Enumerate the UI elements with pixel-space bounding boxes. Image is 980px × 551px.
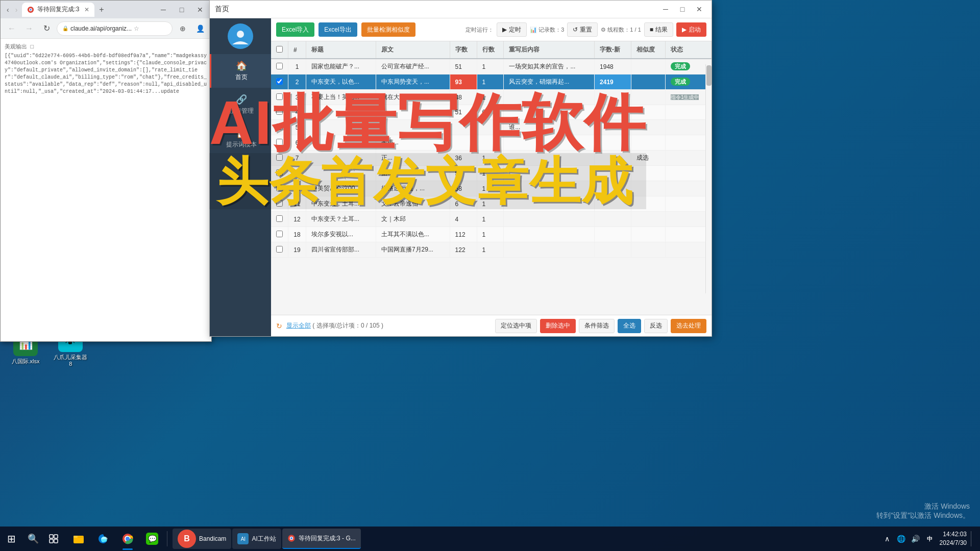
row-checkbox[interactable] [276, 185, 283, 191]
sidebar-item-api[interactable]: 🔗 接口管理 [210, 88, 271, 121]
activate-windows-message: 激活 Windows 转到"设置"以激活 Windows。 [876, 502, 970, 520]
table-scrollbar[interactable] [705, 64, 712, 293]
taskbar-app-edge[interactable] [91, 527, 115, 551]
task-view-button[interactable] [43, 527, 64, 551]
tab-back-icon[interactable]: ‹ [5, 5, 11, 15]
close-button[interactable]: ✕ [193, 3, 207, 17]
network-icon[interactable]: 🌐 [896, 533, 907, 544]
tab-close-icon[interactable]: ✕ [84, 6, 89, 13]
taskbar-search-button[interactable]: 🔍 [23, 527, 43, 551]
new-tab-button[interactable]: + [99, 5, 104, 14]
select-all-checkbox[interactable] [276, 46, 283, 53]
row-similarity [631, 105, 665, 120]
table-row[interactable]: 1 国家也能破产？... 公司宣布破产经... 51 1 一场突如其来的宣告，.… [271, 59, 712, 74]
timer-button[interactable]: ▶ 定时 [497, 22, 527, 37]
threads-icon: ⚙ [601, 27, 606, 33]
taskbar-browser-running[interactable]: 等待回复完成:3 - G... [282, 529, 361, 549]
refresh-button[interactable]: ↻ [39, 21, 54, 36]
select-all-label: 全选 [623, 321, 635, 330]
sidebar-item-home-label: 首页 [235, 73, 248, 81]
volume-icon[interactable]: 🔊 [910, 533, 921, 544]
taskbar-clock[interactable]: 14:42:03 2024/7/30 [940, 530, 967, 547]
filter-button[interactable]: 条件筛选 [579, 319, 615, 333]
table-row[interactable]: 12 中东变天？土耳... 文｜木邱 4 1 [271, 212, 712, 227]
batch-detect-button[interactable]: 批量检测相似度 [361, 22, 415, 37]
profile-button[interactable]: 👤 [193, 21, 207, 36]
app-maximize-button[interactable]: □ [675, 2, 690, 16]
forward-button[interactable]: → [22, 21, 36, 36]
url-text: claude.ai/api/organiz... [70, 25, 132, 32]
delete-button[interactable]: 删除选中 [540, 319, 576, 333]
row-checkbox[interactable] [276, 215, 283, 222]
row-checkbox[interactable] [276, 200, 283, 207]
row-checkbox[interactable] [276, 93, 283, 100]
minimize-button[interactable]: ─ [156, 3, 170, 17]
row-checkbox[interactable] [276, 231, 283, 237]
row-checkbox[interactable] [276, 78, 283, 85]
app-minimize-button[interactable]: ─ [658, 2, 673, 16]
invert-button[interactable]: 反选 [644, 319, 668, 333]
taskbar-app-explorer[interactable] [66, 527, 91, 551]
row-checkbox[interactable] [276, 123, 283, 130]
start-button[interactable]: ▶ 启动 [676, 22, 706, 37]
locate-button[interactable]: 定位选中项 [495, 319, 537, 333]
tab-forward-icon[interactable]: › [13, 5, 20, 15]
lock-icon: 🔒 [62, 26, 68, 31]
table-row[interactable]: 10 中美贸易会议00... 据路透|此道，... 58 1 [271, 181, 712, 196]
excel-import-button[interactable]: Excel导入 [276, 22, 314, 37]
back-button[interactable]: ← [5, 21, 19, 36]
reset-button[interactable]: ↺ 重置 [567, 22, 598, 37]
row-checkbox[interactable] [276, 154, 283, 161]
maximize-button[interactable]: □ [175, 3, 189, 17]
row-checkbox[interactable] [276, 169, 283, 176]
excel-export-button[interactable]: Excel导出 [318, 22, 357, 37]
table-row[interactable]: 8 据... 54 1 [271, 166, 712, 181]
table-row[interactable]: 18 埃尔多安视以... 土耳其不满以色... 112 1 [271, 227, 712, 242]
sidebar-item-home[interactable]: 🏠 首页 [210, 54, 271, 88]
app-close-button[interactable]: ✕ [692, 2, 706, 16]
row-new-chars [595, 105, 631, 120]
result-button[interactable]: ■ 结果 [644, 22, 673, 37]
taskbar-app-chrome[interactable] [115, 527, 140, 551]
select-all-button[interactable]: 全选 [618, 319, 641, 333]
row-lines: 1 [477, 196, 504, 212]
browser-tab-active[interactable]: 等待回复完成:3 ✕ [22, 3, 94, 17]
show-desktop-button[interactable] [971, 531, 975, 546]
sidebar-item-template[interactable]: 📋 提示词模本 [210, 121, 271, 155]
schedule-run-label: 定时运行： [465, 26, 494, 34]
process-button[interactable]: 选去处理 [671, 319, 706, 333]
taskbar-ai-workstation[interactable]: AI AI工作站 [232, 529, 281, 549]
header-lines: 行数 [477, 41, 504, 59]
row-checkbox[interactable] [276, 108, 283, 115]
table-row[interactable]: 11 中东变天，土耳... 文：云帝逸仙 6 1 [271, 196, 712, 212]
taskbar-app-wechat[interactable]: 💬 [140, 527, 164, 551]
taskbar-bandicam[interactable]: B Bandicam [173, 529, 231, 549]
row-num: 10 [288, 181, 306, 196]
row-checkbox[interactable] [276, 246, 283, 253]
table-row[interactable]: 6 改违... [271, 135, 712, 151]
table-row[interactable]: 19 四川省宣传部部... 中国网直播7月29... 122 1 [271, 242, 712, 258]
show-all-label[interactable]: 显示全部 [286, 322, 311, 329]
system-tray-arrow[interactable]: ∧ [881, 533, 893, 544]
row-checkbox[interactable] [276, 63, 283, 69]
bookmark-icon[interactable]: ☆ [134, 25, 139, 32]
input-method-icon[interactable]: 中 [924, 533, 936, 544]
address-bar[interactable]: 🔒 claude.ai/api/organiz... ☆ [57, 21, 173, 36]
row-original: 正... [376, 151, 450, 166]
table-row[interactable]: 3 不要上当！英国... 就在大家还在争... 48 1 指令1生成中 [271, 90, 712, 105]
delete-label: 删除选中 [546, 321, 570, 330]
row-new-chars [595, 120, 631, 135]
table-row[interactable]: 7 正... 36 1 成选 [271, 151, 712, 166]
table-row[interactable]: 5 谁... [271, 120, 712, 135]
start-menu-button[interactable]: ⊞ [0, 527, 23, 551]
row-title: 中东变天，以色... [306, 74, 376, 90]
batch-detect-label: 批量检测相似度 [367, 26, 410, 34]
row-checkbox[interactable] [276, 139, 283, 145]
extensions-button[interactable]: ⊕ [176, 21, 190, 36]
wechat-taskbar-icon: 💬 [146, 533, 158, 545]
table-row[interactable]: 4 51 6 [271, 105, 712, 120]
header-title: 标题 [306, 41, 376, 59]
scrollbar-thumb[interactable] [706, 65, 712, 86]
table-row[interactable]: 2 中东变天，以色... 中东局势变天，... 93 1 风云突变，硝烟再起..… [271, 74, 712, 90]
locate-label: 定位选中项 [501, 321, 531, 330]
